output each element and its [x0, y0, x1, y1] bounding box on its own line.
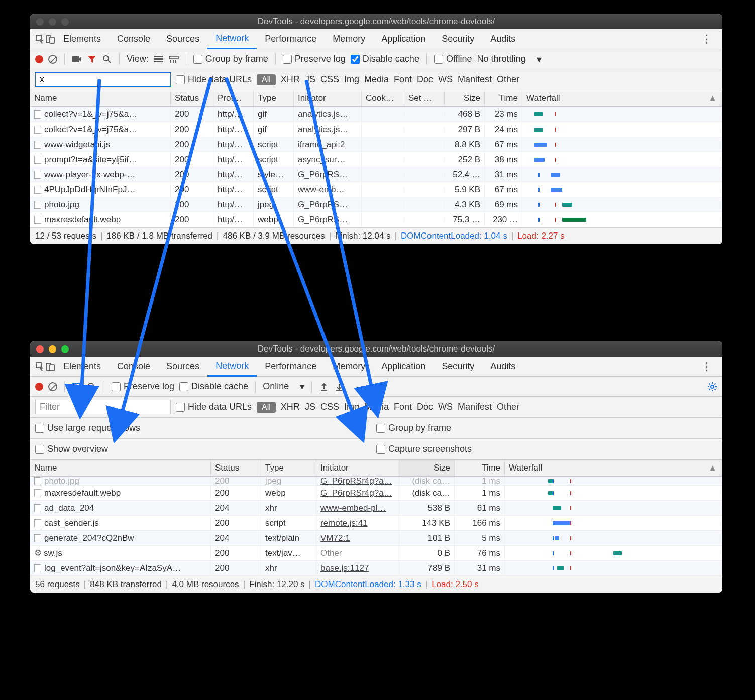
initiator-link[interactable]: analytics.js…: [298, 125, 348, 134]
throttling-select[interactable]: No throttling: [477, 54, 526, 64]
filter-font[interactable]: Font: [394, 74, 412, 85]
tab-audits[interactable]: Audits: [482, 30, 523, 48]
clear-icon[interactable]: [48, 55, 57, 64]
col-protocol[interactable]: Prot…: [213, 90, 254, 106]
download-icon[interactable]: [334, 382, 344, 392]
minimize-icon[interactable]: [49, 18, 56, 26]
table-row[interactable]: ad_data_204 204 xhr www-embed-pl… 538 B …: [30, 501, 722, 516]
more-menu-icon[interactable]: ⋮: [696, 360, 717, 373]
tab-performance[interactable]: Performance: [257, 30, 325, 48]
show-overview-checkbox[interactable]: Show overview: [35, 444, 108, 454]
table-row[interactable]: photo.jpg 200 jpeg G_P6rpRSr4g?a… (disk …: [30, 477, 722, 486]
tab-memory[interactable]: Memory: [325, 357, 373, 376]
minimize-icon[interactable]: [49, 345, 56, 353]
traffic-lights[interactable]: [36, 18, 69, 26]
initiator-link[interactable]: base.js:1127: [320, 563, 369, 573]
table-row[interactable]: ⚙sw.js 200 text/jav… Other 0 B 76 ms: [30, 546, 722, 561]
camera-icon[interactable]: [72, 54, 82, 64]
search-icon[interactable]: [87, 382, 97, 392]
table-row[interactable]: www-widgetapi.js 200 http/… script ifram…: [30, 137, 722, 152]
filter-js[interactable]: JS: [305, 74, 315, 85]
filter-css[interactable]: CSS: [320, 402, 339, 412]
filter-other[interactable]: Other: [497, 74, 519, 85]
table-row[interactable]: prompt?t=a&site=ylj5if… 200 http/… scrip…: [30, 152, 722, 167]
titlebar[interactable]: DevTools - developers.google.com/web/too…: [30, 341, 722, 357]
initiator-link[interactable]: G_P6rpRSr4g?a…: [320, 488, 392, 498]
col-time[interactable]: Time: [485, 90, 522, 106]
initiator-link[interactable]: iframe_api:2: [298, 140, 345, 149]
tab-console[interactable]: Console: [109, 357, 158, 376]
col-set-cookies[interactable]: Set …: [404, 90, 445, 106]
preserve-log-checkbox[interactable]: Preserve log: [283, 54, 346, 64]
filter-xhr[interactable]: XHR: [281, 74, 300, 85]
device-toggle-icon[interactable]: [45, 362, 55, 372]
filter-doc[interactable]: Doc: [417, 74, 433, 85]
col-name[interactable]: Name: [30, 460, 211, 476]
filter-icon[interactable]: [72, 382, 82, 392]
tab-performance[interactable]: Performance: [257, 357, 325, 376]
col-waterfall[interactable]: Waterfall▲: [505, 460, 722, 476]
filter-font[interactable]: Font: [394, 402, 412, 412]
col-status[interactable]: Status: [171, 90, 213, 106]
tab-audits[interactable]: Audits: [482, 357, 523, 376]
table-row[interactable]: maxresdefault.webp 200 http/… webp G_P6r…: [30, 212, 722, 227]
filter-media[interactable]: Media: [364, 74, 389, 85]
col-status[interactable]: Status: [211, 460, 261, 476]
filter-icon[interactable]: [87, 54, 97, 64]
disable-cache-checkbox[interactable]: Disable cache: [351, 54, 419, 64]
col-waterfall[interactable]: Waterfall▲: [522, 90, 722, 106]
filter-input[interactable]: [35, 72, 171, 87]
filter-css[interactable]: CSS: [320, 74, 339, 85]
upload-icon[interactable]: [319, 382, 329, 392]
record-icon[interactable]: [35, 383, 43, 391]
tab-application[interactable]: Application: [373, 30, 434, 48]
traffic-lights[interactable]: [36, 345, 69, 353]
record-icon[interactable]: [35, 55, 43, 63]
clear-icon[interactable]: [48, 382, 57, 391]
capture-screenshots-checkbox[interactable]: Capture screenshots: [376, 444, 472, 454]
tab-security[interactable]: Security: [434, 357, 482, 376]
device-toggle-icon[interactable]: [45, 34, 55, 44]
chevron-down-icon[interactable]: ▾: [537, 54, 542, 65]
hide-data-urls-checkbox[interactable]: Hide data URLs: [176, 402, 252, 412]
filter-js[interactable]: JS: [305, 402, 315, 412]
filter-img[interactable]: Img: [344, 74, 359, 85]
tab-console[interactable]: Console: [109, 30, 158, 48]
close-icon[interactable]: [36, 18, 44, 26]
initiator-link[interactable]: remote.js:41: [320, 518, 368, 528]
initiator-link[interactable]: www-emb…: [298, 185, 345, 194]
tab-network[interactable]: Network: [207, 357, 257, 377]
maximize-icon[interactable]: [61, 345, 69, 353]
close-icon[interactable]: [36, 345, 44, 353]
table-row[interactable]: www-player-2x-webp-… 200 http/… style… G…: [30, 167, 722, 182]
titlebar[interactable]: DevTools - developers.google.com/web/too…: [30, 14, 722, 29]
tab-sources[interactable]: Sources: [158, 357, 207, 376]
tab-sources[interactable]: Sources: [158, 30, 207, 48]
initiator-link[interactable]: www-embed-pl…: [320, 503, 386, 513]
tab-elements[interactable]: Elements: [55, 357, 109, 376]
initiator-link[interactable]: VM72:1: [320, 533, 350, 543]
col-time[interactable]: Time: [455, 460, 505, 476]
inspect-element-icon[interactable]: [35, 34, 45, 44]
disable-cache-checkbox[interactable]: Disable cache: [179, 381, 248, 392]
initiator-link[interactable]: G_P6rpRS…: [298, 200, 348, 209]
initiator-link[interactable]: G_P6rpRSr4g?a…: [320, 477, 392, 486]
table-row[interactable]: cast_sender.js 200 script remote.js:41 1…: [30, 516, 722, 531]
filter-all[interactable]: All: [257, 402, 276, 413]
col-type[interactable]: Type: [254, 90, 294, 106]
large-rows-checkbox[interactable]: Use large request rows: [35, 423, 140, 433]
initiator-link[interactable]: analytics.js…: [298, 109, 348, 119]
initiator-link[interactable]: G_P6rpRS…: [298, 170, 348, 179]
tab-application[interactable]: Application: [373, 357, 434, 376]
filter-input[interactable]: [35, 400, 171, 414]
more-menu-icon[interactable]: ⋮: [696, 33, 717, 46]
maximize-icon[interactable]: [61, 18, 69, 26]
overview-icon[interactable]: [169, 54, 179, 64]
tab-security[interactable]: Security: [434, 30, 482, 48]
filter-manifest[interactable]: Manifest: [458, 402, 492, 412]
filter-manifest[interactable]: Manifest: [458, 74, 492, 85]
search-icon[interactable]: [102, 54, 112, 64]
table-row[interactable]: collect?v=1&_v=j75&a… 200 http/… gif ana…: [30, 107, 722, 122]
group-by-frame-checkbox[interactable]: Group by frame: [376, 423, 451, 433]
large-rows-icon[interactable]: [154, 54, 164, 64]
